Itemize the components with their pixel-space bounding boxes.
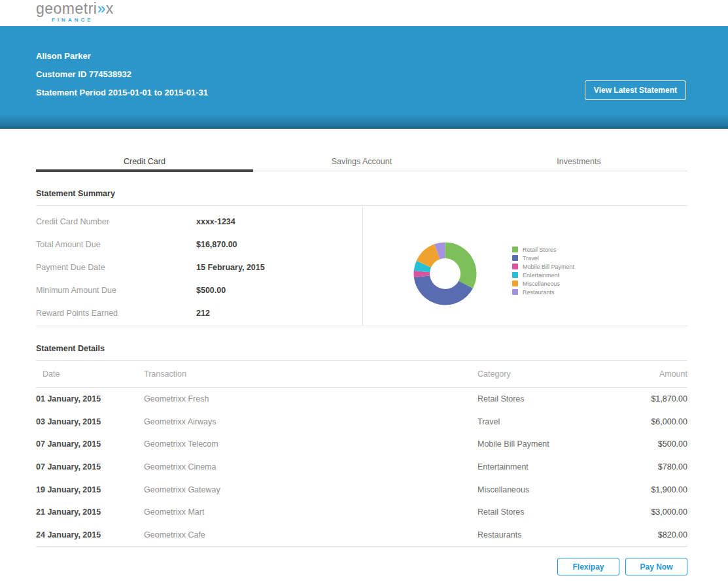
cell-date: 19 January, 2015	[36, 485, 144, 494]
legend-item: Travel	[512, 254, 574, 262]
legend-swatch-icon	[512, 281, 518, 286]
payment-actions: Flexipay Pay Now	[36, 547, 687, 579]
legend-swatch-icon	[512, 272, 518, 278]
cell-transaction: Geometrixx Telecom	[144, 439, 477, 449]
summary-field-label: Reward Points Earned	[36, 309, 196, 318]
cell-category: Entertainment	[477, 462, 638, 471]
cell-amount: $3,000.00	[638, 507, 687, 517]
legend-label: Entertainment	[523, 272, 559, 279]
cell-date: 01 January, 2015	[36, 394, 144, 403]
legend-label: Restaurants	[523, 289, 555, 296]
transactions-table-header: DateTransactionCategoryAmount	[36, 361, 687, 388]
cell-amount: $500.00	[638, 439, 687, 449]
app-header: geometri»x FINANCE	[0, 0, 728, 26]
column-header-date: Date	[36, 369, 144, 379]
tab-investments[interactable]: Investments	[470, 152, 687, 171]
legend-item: Entertainment	[512, 271, 574, 279]
account-tabs: Credit CardSavings AccountInvestments	[36, 152, 687, 171]
geometrixx-logo: geometri»x FINANCE	[36, 0, 114, 23]
summary-field-value: $500.00	[196, 286, 226, 295]
cell-category: Travel	[477, 417, 638, 426]
cell-transaction: Geometrixx Mart	[144, 507, 477, 517]
summary-field-label: Credit Card Number	[36, 217, 196, 226]
table-row: 21 January, 2015Geometrixx MartRetail St…	[36, 501, 687, 524]
legend-item: Miscellaneous	[512, 279, 574, 288]
summary-field-label: Payment Due Date	[36, 263, 196, 272]
summary-field-label: Minimum Amount Due	[36, 286, 196, 295]
tab-credit-card[interactable]: Credit Card	[36, 152, 253, 171]
table-row: 19 January, 2015Geometrixx GatewayMiscel…	[36, 478, 687, 501]
summary-section: Credit Card Numberxxxx-1234Total Amount …	[36, 206, 687, 326]
legend-label: Mobile Bill Payment	[523, 264, 574, 270]
legend-swatch-icon	[512, 264, 518, 269]
legend-swatch-icon	[512, 255, 518, 261]
details-section-title: Statement Details	[36, 326, 687, 360]
cell-amount: $1,870.00	[638, 394, 687, 403]
cell-transaction: Geometrixx Cinema	[144, 462, 477, 471]
summary-row: Minimum Amount Due$500.00	[36, 279, 362, 301]
cell-date: 03 January, 2015	[36, 417, 144, 426]
summary-chart-area: Retail StoresTravelMobile Bill PaymentEn…	[363, 206, 687, 326]
legend-label: Travel	[523, 255, 539, 262]
table-row: 24 January, 2015Geometrixx CafeRestauran…	[36, 524, 687, 547]
cell-amount: $1,900.00	[638, 485, 687, 494]
spending-donut-chart	[413, 242, 477, 305]
cell-date: 07 January, 2015	[36, 439, 144, 449]
customer-name: Alison Parker	[36, 51, 728, 61]
cell-category: Restaurants	[477, 530, 638, 539]
summary-field-value: 15 February, 2015	[196, 263, 265, 272]
pay-now-button[interactable]: Pay Now	[625, 558, 687, 575]
table-row: 07 January, 2015Geometrixx CinemaEnterta…	[36, 456, 687, 479]
main-content: Credit CardSavings AccountInvestments St…	[36, 152, 687, 579]
summary-row: Reward Points Earned212	[36, 301, 362, 324]
table-row: 03 January, 2015Geometrixx AirwaysTravel…	[36, 411, 687, 434]
cell-category: Retail Stores	[477, 394, 638, 403]
column-header-amount: Amount	[638, 369, 687, 379]
cell-category: Miscellaneous	[477, 485, 638, 494]
donut-slice-retail-stores	[445, 243, 477, 288]
customer-id: Customer ID 774538932	[36, 69, 728, 79]
flexipay-button[interactable]: Flexipay	[557, 558, 619, 575]
customer-banner: Alison Parker Customer ID 774538932 Stat…	[0, 26, 728, 129]
legend-item: Retail Stores	[512, 245, 574, 254]
summary-section-title: Statement Summary	[36, 171, 687, 205]
legend-item: Restaurants	[512, 288, 574, 296]
brand-text-prefix: geometri	[36, 0, 97, 17]
cell-transaction: Geometrixx Gateway	[144, 485, 477, 494]
brand-subtitle: FINANCE	[52, 18, 114, 23]
cell-amount: $780.00	[638, 462, 687, 471]
cell-amount: $6,000.00	[638, 417, 687, 426]
cell-transaction: Geometrixx Cafe	[144, 530, 477, 539]
summary-row: Total Amount Due$16,870.00	[36, 233, 362, 256]
column-header-category: Category	[477, 369, 638, 379]
cell-transaction: Geometrixx Fresh	[144, 394, 477, 403]
legend-label: Miscellaneous	[523, 281, 560, 287]
cell-category: Mobile Bill Payment	[477, 439, 638, 449]
legend-label: Retail Stores	[523, 247, 557, 253]
cell-transaction: Geometrixx Airways	[144, 417, 477, 426]
table-row: 01 January, 2015Geometrixx FreshRetail S…	[36, 388, 687, 411]
cell-category: Retail Stores	[477, 507, 638, 517]
summary-row: Credit Card Numberxxxx-1234	[36, 210, 362, 233]
summary-row: Payment Due Date15 February, 2015	[36, 256, 362, 279]
brand-wordmark: geometri»x	[36, 1, 114, 16]
summary-field-value: $16,870.00	[196, 240, 237, 249]
brand-text-suffix: x	[106, 0, 114, 17]
cell-date: 21 January, 2015	[36, 507, 144, 517]
column-header-transaction: Transaction	[144, 369, 477, 379]
cell-date: 07 January, 2015	[36, 462, 144, 471]
tab-savings-account[interactable]: Savings Account	[253, 152, 470, 171]
summary-field-value: 212	[196, 309, 210, 318]
view-latest-statement-button[interactable]: View Latest Statement	[585, 80, 686, 100]
summary-fields: Credit Card Numberxxxx-1234Total Amount …	[36, 206, 363, 326]
legend-swatch-icon	[512, 289, 518, 295]
chart-legend: Retail StoresTravelMobile Bill PaymentEn…	[512, 245, 574, 296]
table-row: 07 January, 2015Geometrixx TelecomMobile…	[36, 433, 687, 456]
cell-amount: $820.00	[638, 530, 687, 539]
brand-chevron-icon: »	[97, 0, 105, 17]
summary-field-value: xxxx-1234	[196, 217, 235, 226]
legend-swatch-icon	[512, 247, 518, 252]
legend-item: Mobile Bill Payment	[512, 262, 574, 271]
transactions-table-body: 01 January, 2015Geometrixx FreshRetail S…	[36, 388, 687, 546]
summary-field-label: Total Amount Due	[36, 240, 196, 249]
